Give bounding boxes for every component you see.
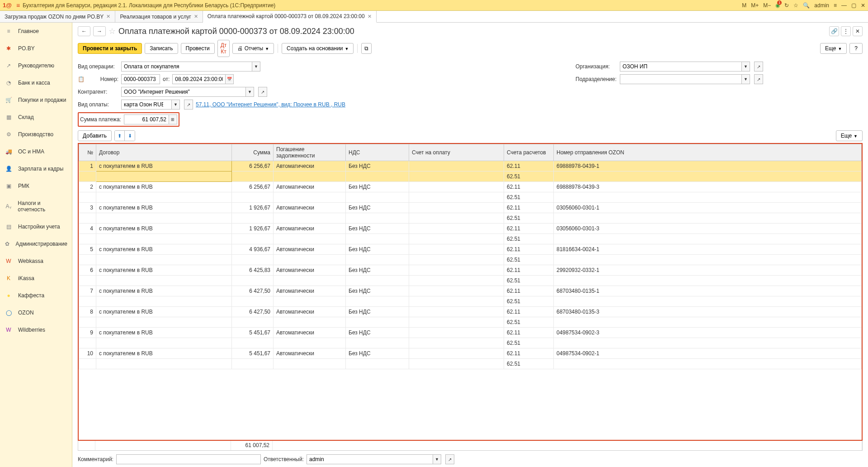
nav-forward-button[interactable]: → — [93, 26, 106, 36]
structure-button[interactable]: ⧉ — [361, 43, 372, 54]
date-input[interactable] — [172, 74, 226, 84]
table-subrow[interactable]: 62.51 — [79, 213, 862, 224]
col-contract[interactable]: Договор — [96, 144, 232, 161]
sidebar-item-7[interactable]: 🚚ОС и НМА — [0, 143, 72, 160]
col-vat[interactable]: НДС — [346, 144, 409, 161]
move-down-button[interactable]: ⬇ — [125, 131, 135, 141]
table-subrow[interactable]: 62.51 — [79, 255, 862, 265]
sidebar-item-10[interactable]: AᵧНалоги и отчетность — [0, 195, 72, 218]
memory-m[interactable]: M — [742, 2, 746, 9]
responsible-input[interactable] — [307, 454, 433, 464]
sidebar-item-13[interactable]: WWebkassa — [0, 253, 72, 270]
move-up-button[interactable]: ⬆ — [115, 131, 125, 141]
col-sum[interactable]: Сумма — [232, 144, 274, 161]
table-row[interactable]: 4с покупателем в RUB1 926,67Автоматическ… — [79, 224, 862, 234]
memory-mminus[interactable]: M− — [763, 2, 771, 9]
tab-close-icon[interactable]: ✕ — [368, 14, 372, 19]
col-repay[interactable]: Погашение задолженности — [274, 144, 346, 161]
sidebar-item-14[interactable]: KiKassa — [0, 270, 72, 287]
op-type-dropdown[interactable]: ▼ — [252, 62, 260, 71]
payments-table[interactable]: № Договор Сумма Погашение задолженности … — [79, 144, 862, 369]
sidebar-item-8[interactable]: 👤Зарплата и кадры — [0, 160, 72, 177]
table-row[interactable]: 9с покупателем в RUB5 451,67Автоматическ… — [79, 328, 862, 338]
help-button[interactable]: ? — [849, 43, 863, 54]
table-more-button[interactable]: Еще▼ — [836, 130, 863, 141]
table-subrow[interactable]: 62.51 — [79, 234, 862, 244]
dept-input[interactable] — [620, 74, 742, 84]
tab-close-icon[interactable]: ✕ — [106, 14, 110, 19]
table-row[interactable]: 5с покупателем в RUB4 936,67Автоматическ… — [79, 244, 862, 255]
sidebar-item-2[interactable]: ↗Руководителю — [0, 57, 72, 74]
more-icon[interactable]: ⋮ — [841, 26, 851, 36]
payment-link[interactable]: 57.11, ООО "Интернет Решения", вид: Проч… — [196, 101, 345, 108]
reports-button[interactable]: 🖨 Отчеты▼ — [232, 43, 274, 54]
minimize-icon[interactable]: — — [841, 2, 847, 9]
sidebar-item-5[interactable]: ▦Склад — [0, 109, 72, 126]
col-num[interactable]: № — [79, 144, 96, 161]
close-icon[interactable]: ✕ — [861, 2, 865, 9]
dept-open[interactable]: ↗ — [754, 74, 763, 84]
org-input[interactable] — [620, 62, 742, 71]
counterparty-input[interactable] — [121, 87, 246, 97]
nav-back-button[interactable]: ← — [78, 26, 90, 36]
table-subrow[interactable]: 62.51 — [79, 359, 862, 369]
org-open[interactable]: ↗ — [754, 62, 763, 71]
sidebar-item-16[interactable]: ◯OZON — [0, 304, 72, 321]
post-and-close-button[interactable]: Провести и закрыть — [78, 43, 142, 54]
org-dropdown[interactable]: ▼ — [742, 62, 750, 71]
tab-1[interactable]: Реализация товаров и услуг✕ — [115, 11, 203, 22]
table-subrow[interactable]: 62.51 — [79, 296, 862, 307]
sidebar-item-6[interactable]: ⚙Производство — [0, 126, 72, 143]
table-subrow[interactable]: 62.51 — [79, 276, 862, 286]
maximize-icon[interactable]: ▢ — [851, 2, 856, 9]
table-row[interactable]: 10с покупателем в RUB5 451,67Автоматичес… — [79, 348, 862, 359]
sum-input[interactable] — [124, 114, 169, 124]
sidebar-item-11[interactable]: ▤Настройки учета — [0, 218, 72, 235]
table-row[interactable]: 1с покупателем в RUB6 256,67Автоматическ… — [79, 161, 862, 172]
tab-close-icon[interactable]: ✕ — [194, 14, 198, 19]
more-button[interactable]: Еще▼ — [820, 43, 847, 54]
post-button[interactable]: Провести — [181, 43, 215, 54]
favorite-star-icon[interactable]: ☆ — [108, 26, 116, 36]
col-ozon[interactable]: Номер отправления OZON — [554, 144, 862, 161]
table-row[interactable]: 7с покупателем в RUB6 427,50Автоматическ… — [79, 286, 862, 296]
close-page-icon[interactable]: ✕ — [853, 26, 863, 36]
link-icon[interactable]: 🔗 — [829, 26, 839, 36]
number-input[interactable] — [121, 74, 160, 84]
sidebar-item-9[interactable]: ▣РМК — [0, 177, 72, 195]
table-subrow[interactable]: 62.51 — [79, 317, 862, 328]
table-subrow[interactable]: 62.51 — [79, 172, 862, 182]
col-invoice[interactable]: Счет на оплату — [409, 144, 504, 161]
table-subrow[interactable]: 62.51 — [79, 338, 862, 348]
add-row-button[interactable]: Добавить — [78, 130, 112, 141]
paytype-dropdown[interactable]: ▼ — [172, 100, 180, 110]
dept-dropdown[interactable]: ▼ — [742, 74, 750, 84]
op-type-input[interactable] — [121, 62, 252, 71]
responsible-dropdown[interactable]: ▼ — [433, 454, 441, 464]
table-subrow[interactable]: 62.51 — [79, 192, 862, 203]
sidebar-item-17[interactable]: WWildberries — [0, 321, 72, 338]
paytype-input[interactable] — [121, 100, 172, 110]
favorites-icon[interactable]: ☆ — [793, 2, 798, 9]
sidebar-item-3[interactable]: ◔Банк и касса — [0, 74, 72, 91]
tab-2[interactable]: Оплата платежной картой 0000-000373 от 0… — [203, 11, 377, 23]
sidebar-item-12[interactable]: ✿Администрирование — [0, 235, 72, 253]
sidebar-item-1[interactable]: ✱PO.BY — [0, 40, 72, 57]
responsible-open[interactable]: ↗ — [445, 454, 454, 464]
notifications-icon[interactable]: ◉ — [775, 2, 780, 9]
table-row[interactable]: 2с покупателем в RUB6 256,67Автоматическ… — [79, 182, 862, 192]
sidebar-item-15[interactable]: ●Каффеста — [0, 287, 72, 304]
search-icon[interactable]: 🔍 — [803, 2, 810, 9]
main-menu-icon[interactable]: ≡ — [16, 2, 20, 9]
col-accounts[interactable]: Счета расчетов — [504, 144, 554, 161]
counterparty-dropdown[interactable]: ▼ — [246, 87, 254, 97]
tab-0[interactable]: Загрузка продаж OZON по дням PO.BY✕ — [0, 11, 115, 22]
paytype-open[interactable]: ↗ — [184, 100, 193, 110]
date-picker-icon[interactable]: 📅 — [226, 74, 234, 84]
sum-calc-icon[interactable]: ⊞ — [169, 114, 177, 124]
counterparty-open[interactable]: ↗ — [258, 87, 267, 97]
table-row[interactable]: 3с покупателем в RUB1 926,67Автоматическ… — [79, 203, 862, 213]
table-row[interactable]: 8с покупателем в RUB6 427,50Автоматическ… — [79, 307, 862, 317]
save-button[interactable]: Записать — [145, 43, 178, 54]
history-icon[interactable]: ↻ — [784, 2, 789, 9]
